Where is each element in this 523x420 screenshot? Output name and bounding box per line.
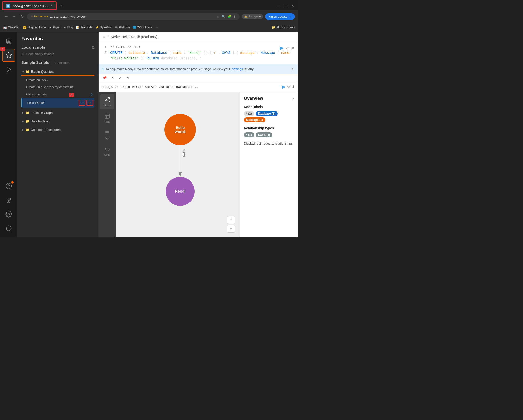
all-bookmarks[interactable]: 📁 All Bookmarks <box>272 26 295 29</box>
result-area: Graph Table Text <box>98 92 298 237</box>
incognito-icon: 🕵 <box>244 15 248 18</box>
query-panel-header: 📌 ∧ ⤢ ✕ <box>98 74 298 82</box>
tab-table[interactable]: Table <box>100 110 114 126</box>
graph-node-hello[interactable]: HelloWorld! <box>164 114 196 145</box>
relationship-types-badges: * (1) SAYS (1) <box>244 132 294 137</box>
folder-icon-box: 📁 <box>25 70 30 74</box>
bookmark-aliyun[interactable]: ☁ Aliyun <box>49 26 61 29</box>
script-label: Create an index <box>26 78 49 82</box>
bookmark-chatgpt[interactable]: 🤖 ChatGPT <box>3 25 20 29</box>
script-item-get-data[interactable]: Get some data ▷ <box>21 91 94 98</box>
panel-title: Favorites <box>21 36 94 41</box>
minimize-button[interactable]: ─ <box>275 3 282 9</box>
finish-update-button[interactable]: Finish update ⋮ <box>265 13 295 20</box>
download-icon[interactable]: ⬇ <box>233 15 236 18</box>
back-button[interactable]: ← <box>3 13 9 20</box>
sidebar-history[interactable] <box>2 222 15 234</box>
zoom-out-button[interactable]: − <box>227 225 235 232</box>
rel-type-all[interactable]: * (1) <box>244 132 254 137</box>
close-editor-button[interactable]: ✕ <box>291 45 295 51</box>
sidebar-settings[interactable] <box>2 208 15 220</box>
tab-text[interactable]: Text <box>100 127 114 142</box>
sidebar-database[interactable] <box>2 35 15 48</box>
more-options-button[interactable]: ⋯ <box>79 99 85 106</box>
folder-data-profiling[interactable]: ▸ 📁 Data Profiling <box>21 118 94 124</box>
bookmark-byteplus[interactable]: ⚡ BytePlus <box>95 26 111 29</box>
folder-common-procedures[interactable]: ▸ 📁 Common Procedures <box>21 126 94 133</box>
tab-code[interactable]: Code <box>100 143 114 159</box>
w3schools-icon: 🌐 <box>133 26 136 29</box>
address-input[interactable]: ⚠ Not secure 172.17.0.2:7474/browser/ ☆ … <box>27 13 240 20</box>
bookmark-w3schools[interactable]: 🌐 W3Schools <box>133 26 152 29</box>
node-label-message[interactable]: Message (1) <box>244 117 265 122</box>
node-label-all[interactable]: * (2) <box>244 111 254 116</box>
run-query-button[interactable]: ▶ <box>280 45 284 51</box>
script-item-create-constraint[interactable]: Create unique property constraint <box>21 83 94 91</box>
expand-overview-button[interactable]: › <box>293 96 294 101</box>
tab-title: neo4j@bolt://172.17.0.2... <box>13 4 49 8</box>
node-neo4j-label: Neo4j <box>175 189 186 194</box>
selected-count: 1 selected <box>55 61 69 65</box>
maximize-button[interactable]: □ <box>283 3 289 9</box>
svg-point-9 <box>8 213 9 215</box>
svg-rect-15 <box>105 114 109 118</box>
script-item-hello-world[interactable]: Hello World! 2 ⋯ ▷ <box>21 98 94 107</box>
expand-editor-button[interactable]: ⤢ <box>286 45 289 51</box>
tab-table-label: Table <box>104 120 110 123</box>
favorite-button[interactable]: ☆ <box>287 84 290 90</box>
bookmark-blog[interactable]: ☁ Blog <box>63 26 73 29</box>
sample-scripts-header: Sample Scripts | 1 selected <box>21 61 94 65</box>
expand-button[interactable]: ⤢ <box>117 75 123 81</box>
sidebar-favorites[interactable]: 1 <box>2 49 15 62</box>
star-icon[interactable]: ☆ <box>217 15 220 18</box>
forward-button[interactable]: → <box>11 13 17 20</box>
zoom-in-button[interactable]: + <box>227 216 235 224</box>
node-label-database[interactable]: Database (1) <box>256 111 278 116</box>
settings-link[interactable]: settings <box>232 67 243 71</box>
node-hello-label: HelloWorld! <box>174 125 186 134</box>
bookmark-huggingface[interactable]: 🤗 Hugging Face <box>23 26 46 29</box>
tab-graph[interactable]: Graph <box>100 94 114 109</box>
sidebar-play[interactable] <box>2 63 15 75</box>
overview-header: Overview › <box>244 96 294 101</box>
tab-code-label: Code <box>104 153 110 156</box>
active-tab[interactable]: N neo4j@bolt://172.17.0.2... × <box>2 1 57 10</box>
new-tab-button[interactable]: + <box>58 2 65 10</box>
pin-button[interactable]: 📌 <box>100 75 108 81</box>
scroll-up-button[interactable]: ∧ <box>109 75 116 81</box>
view-tabs: Graph Table Text <box>98 92 116 237</box>
chevron-down-icon: ▾ <box>22 70 24 74</box>
code-editor: 1 // Hello World! 2 CREATE ( database : … <box>98 42 298 64</box>
sidebar-bug[interactable] <box>2 194 15 206</box>
tab-close-button[interactable]: × <box>50 4 53 8</box>
local-scripts-title: Local scripts <box>21 45 45 50</box>
folder-basic-queries-row[interactable]: ▾ 📁 Basic Queries <box>21 68 94 75</box>
refresh-button[interactable]: ↻ <box>19 13 25 20</box>
copy-icon[interactable]: ⧉ <box>92 45 94 50</box>
folder-example-graphs[interactable]: ▸ 📁 Example Graphs <box>21 109 94 116</box>
close-panel-button[interactable]: ✕ <box>124 75 131 81</box>
svg-point-6 <box>9 198 11 200</box>
rel-type-says[interactable]: SAYS (1) <box>256 132 273 137</box>
blog-icon: ☁ <box>63 26 66 29</box>
lens-icon[interactable]: 🔍 <box>221 15 225 18</box>
script-label: Get some data <box>26 92 47 96</box>
run-button[interactable]: ▶ <box>282 84 286 90</box>
extension-icon[interactable]: 🧩 <box>227 15 231 18</box>
download-result-button[interactable]: ⬇ <box>292 84 295 90</box>
local-scripts-header: Local scripts ⧉ <box>21 45 94 50</box>
add-favorite-button[interactable]: ⊕ + Add empty favorite <box>21 52 94 56</box>
query-panel: 📌 ∧ ⤢ ✕ neo4j$ // Hello World! CREATE (d… <box>98 74 298 92</box>
script-item-create-index[interactable]: Create an index <box>21 76 94 83</box>
banner-close-button[interactable]: ✕ <box>291 67 294 71</box>
close-button[interactable]: × <box>290 3 296 9</box>
menu-icon: ⋮ <box>288 15 292 18</box>
graph-node-neo4j[interactable]: Neo4j <box>166 177 195 206</box>
chrome-window-controls: ─ □ × <box>275 3 296 9</box>
query-text: // Hello World! CREATE (database:Databas… <box>115 85 280 89</box>
bookmark-translate[interactable]: 📝 Translate <box>76 26 92 29</box>
script-item-actions: 2 ⋯ ▷ <box>79 99 93 106</box>
run-script-button[interactable]: ▷ <box>86 99 93 106</box>
sidebar-question[interactable] <box>2 180 15 192</box>
bookmark-platform[interactable]: 🎮 Platform <box>114 26 130 29</box>
